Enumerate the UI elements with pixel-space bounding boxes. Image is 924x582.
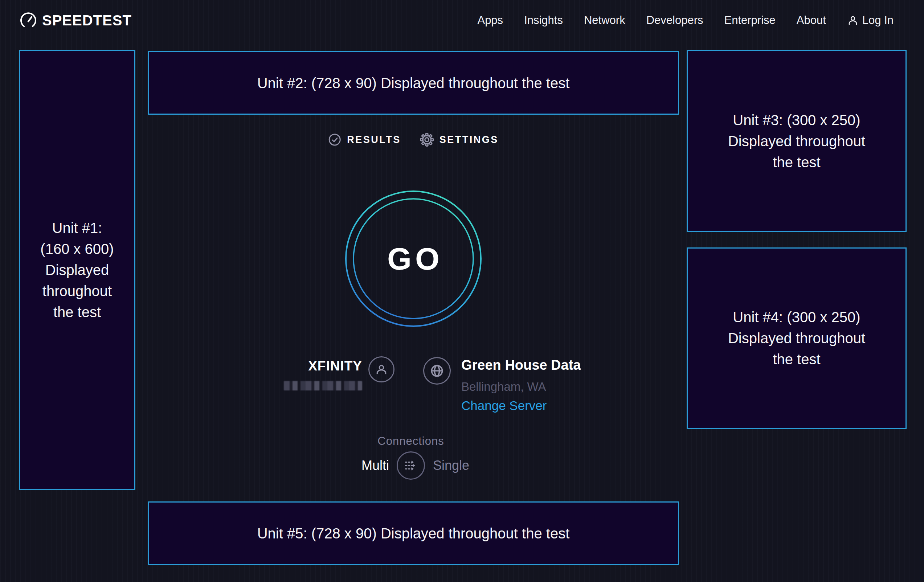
check-circle-icon <box>328 133 341 146</box>
ad-text-line: Unit #1: <box>40 218 114 238</box>
speedtest-logo[interactable]: SPEEDTEST <box>20 12 132 29</box>
ad-unit-5-leaderboard: Unit #5: (728 x 90) Displayed throughout… <box>148 501 679 565</box>
user-icon <box>847 15 859 26</box>
gear-icon <box>420 133 434 147</box>
ad-text-line: throughout <box>40 280 114 302</box>
go-button[interactable]: GO <box>345 190 482 328</box>
tab-results[interactable]: RESULTS <box>328 133 401 146</box>
speedometer-icon <box>20 12 37 29</box>
ad-text-line: Displayed throughout <box>728 130 865 152</box>
ad-text-line: the test <box>728 152 865 173</box>
connections-toggle[interactable] <box>397 452 425 480</box>
ad-text-line: (160 x 600) <box>40 238 114 259</box>
ad-unit-3-rectangle: Unit #3: (300 x 250) Displayed throughou… <box>686 50 907 232</box>
isp-ip-redacted <box>284 381 362 391</box>
nav-item-insights[interactable]: Insights <box>524 14 563 27</box>
speedtest-page: SPEEDTEST Apps Insights Network Develope… <box>0 0 924 582</box>
ad-unit-1-skyscraper: Unit #1: (160 x 600) Displayed throughou… <box>19 50 135 490</box>
nav-item-apps[interactable]: Apps <box>477 14 503 27</box>
nav-item-about[interactable]: About <box>797 14 826 27</box>
ad-text-line: Displayed throughout <box>728 328 865 349</box>
server-name: Green House Data <box>461 358 581 373</box>
ad-text-line: the test <box>728 349 865 370</box>
ad-text-line: Unit #5: (728 x 90) Displayed throughout… <box>257 523 570 544</box>
globe-icon <box>429 363 445 379</box>
connections-option-single[interactable]: Single <box>433 458 469 473</box>
nav-item-network[interactable]: Network <box>584 14 625 27</box>
server-location: Bellingham, WA <box>461 380 546 394</box>
ad-text-line: Unit #2: (728 x 90) Displayed throughout… <box>257 73 570 94</box>
nav-item-enterprise[interactable]: Enterprise <box>724 14 775 27</box>
tab-results-label: RESULTS <box>347 134 401 145</box>
tabs-row: RESULTS SETTINGS <box>328 133 499 147</box>
top-navigation: SPEEDTEST Apps Insights Network Develope… <box>0 0 924 41</box>
nav-item-developers[interactable]: Developers <box>646 14 703 27</box>
logo-text: SPEEDTEST <box>42 12 132 29</box>
tab-settings[interactable]: SETTINGS <box>420 133 499 147</box>
login-button[interactable]: Log In <box>847 14 894 27</box>
ad-text-line: Unit #4: (300 x 250) <box>728 307 865 328</box>
isp-name: XFINITY <box>276 358 362 374</box>
server-globe-circle <box>423 357 451 385</box>
multi-arrows-icon <box>403 458 419 473</box>
connections-option-multi[interactable]: Multi <box>345 458 389 473</box>
ad-unit-4-rectangle: Unit #4: (300 x 250) Displayed throughou… <box>686 247 907 429</box>
login-label: Log In <box>862 14 894 27</box>
user-icon <box>374 362 389 377</box>
nav-menu: Apps Insights Network Developers Enterpr… <box>477 14 894 27</box>
ad-text-line: the test <box>40 302 114 323</box>
connections-label: Connections <box>378 435 444 448</box>
ad-unit-2-leaderboard: Unit #2: (728 x 90) Displayed throughout… <box>148 51 679 115</box>
ad-text-line: Unit #3: (300 x 250) <box>728 110 865 130</box>
tab-settings-label: SETTINGS <box>439 134 499 145</box>
ad-text-line: Displayed <box>40 259 114 280</box>
isp-avatar-circle <box>368 356 394 383</box>
go-button-label: GO <box>345 190 482 328</box>
change-server-link[interactable]: Change Server <box>461 398 546 413</box>
